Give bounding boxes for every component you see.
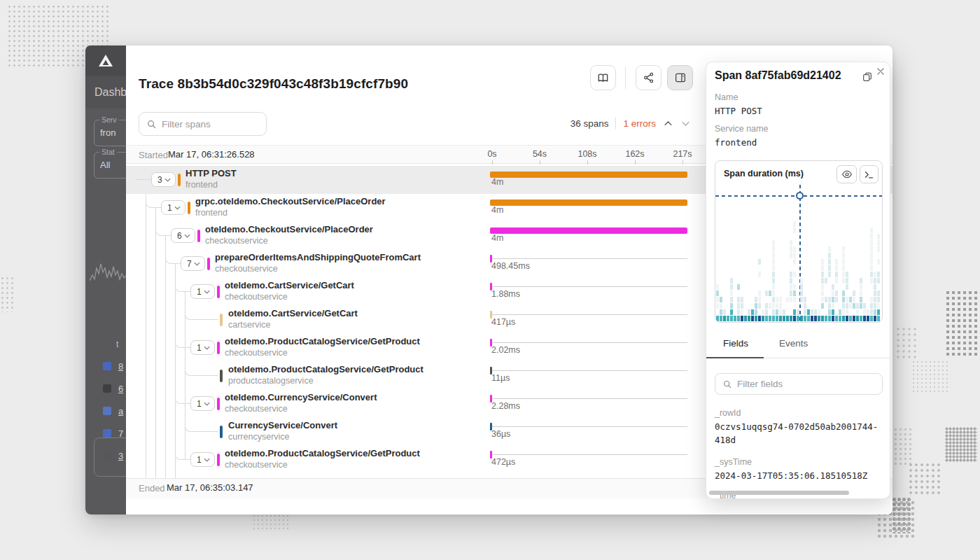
background-app-strip: Dashb Serv fron Stat All t 8 6 a 7 3 xyxy=(85,46,126,514)
started-value: Mar 17, 06:31:26.528 xyxy=(168,149,255,160)
filter-spans-input[interactable]: Filter spans xyxy=(139,112,267,136)
copy-icon xyxy=(862,71,873,83)
heatmap-cell xyxy=(720,309,722,315)
heatmap-cell xyxy=(825,297,827,302)
collapse-children-badge[interactable]: 1 xyxy=(190,284,215,299)
axis-tick-label: 108s xyxy=(578,149,596,159)
filter-spans-placeholder: Filter spans xyxy=(162,119,211,130)
heatmap-cell xyxy=(755,303,757,309)
collapse-children-badge[interactable]: 1 xyxy=(190,340,215,355)
time-axis: 0s54s108s162s217s xyxy=(490,146,687,164)
heatmap-cell xyxy=(762,316,764,321)
heatmap-cell xyxy=(870,297,873,302)
heatmap-cell xyxy=(807,309,810,315)
share-button[interactable] xyxy=(636,65,662,90)
filter-fields-input[interactable]: Filter fields xyxy=(715,373,883,395)
heatmap-cell xyxy=(856,303,859,309)
halftone-pattern xyxy=(895,326,918,358)
background-trace-link[interactable]: 8 xyxy=(118,361,123,372)
background-service-filter[interactable]: Serv fron xyxy=(94,120,126,146)
heatmap-cell xyxy=(786,297,789,302)
heatmap-cell xyxy=(790,290,792,296)
span-service-name: checkoutservice xyxy=(215,264,278,274)
heatmap-cell xyxy=(828,297,831,302)
heatmap-cell xyxy=(772,290,775,296)
close-icon xyxy=(876,66,886,76)
heatmap-cell xyxy=(730,290,733,296)
duration-label: 472µs xyxy=(491,457,515,467)
halftone-pattern xyxy=(945,427,977,462)
axis-tick-mark xyxy=(540,160,540,164)
heatmap-cell xyxy=(793,316,796,321)
tree-connector xyxy=(185,298,218,320)
background-trace-link[interactable]: a xyxy=(118,406,123,416)
heatmap-cell xyxy=(730,309,733,315)
collapse-children-badge[interactable]: 1 xyxy=(190,396,215,411)
background-trace-link[interactable]: 6 xyxy=(118,384,123,394)
heatmap-cell xyxy=(870,303,873,309)
span-color-tick xyxy=(207,258,210,270)
heatmap-cell xyxy=(800,297,803,302)
heatmap-cell xyxy=(877,259,880,265)
heatmap-cell xyxy=(860,297,862,302)
heatmap-cell xyxy=(772,284,775,290)
crosshair-marker xyxy=(796,192,804,200)
heatmap-cell xyxy=(821,297,824,302)
heatmap-cell xyxy=(772,309,775,315)
prev-error-chevron-up-icon[interactable] xyxy=(663,118,673,129)
next-error-chevron-down-icon[interactable] xyxy=(680,118,691,129)
heatmap-cell xyxy=(800,316,803,321)
heatmap-cell xyxy=(779,297,782,302)
view-chart-button[interactable] xyxy=(836,165,857,183)
heatmap-cell xyxy=(877,297,880,302)
duration-track xyxy=(490,314,687,315)
heatmap-cell xyxy=(828,316,831,321)
duration-label: 2.02ms xyxy=(491,345,520,355)
heatmap-cell xyxy=(765,309,768,315)
heatmap-cell xyxy=(793,259,796,265)
heatmap-cell xyxy=(821,272,824,277)
copy-span-id-button[interactable] xyxy=(860,70,874,84)
query-console-button[interactable] xyxy=(860,165,878,183)
heatmap-cell xyxy=(758,303,761,309)
background-page-title: Dashb xyxy=(94,86,126,99)
chevron-down-icon xyxy=(194,262,200,266)
heatmap-cell xyxy=(832,303,834,309)
waterfall-cell: 2.02ms xyxy=(490,334,687,362)
span-name: oteldemo.ProductCatalogService/GetProduc… xyxy=(225,336,420,346)
heatmap-cell xyxy=(870,234,873,239)
service-name-value: frontend xyxy=(715,136,881,149)
collapse-children-badge[interactable]: 1 xyxy=(161,200,186,215)
collapse-children-badge[interactable]: 3 xyxy=(151,172,176,187)
toggle-details-panel-button[interactable] xyxy=(667,65,693,90)
heatmap-cell xyxy=(772,265,775,271)
halftone-pattern xyxy=(945,290,980,357)
duration-bar xyxy=(490,172,687,178)
heatmap-cell xyxy=(849,303,852,309)
span-service-name: frontend xyxy=(186,180,218,190)
heatmap-cell xyxy=(790,246,792,252)
trace-color-swatch xyxy=(103,384,111,393)
close-panel-button[interactable] xyxy=(874,65,887,78)
tree-connector xyxy=(175,281,190,292)
docs-button[interactable] xyxy=(590,65,616,90)
collapse-children-badge[interactable]: 7 xyxy=(181,256,205,271)
duration-label: 1.88ms xyxy=(491,289,520,299)
heatmap-cell xyxy=(842,246,845,252)
tree-root-line xyxy=(136,179,151,180)
heatmap-cell xyxy=(720,316,722,321)
tab-fields[interactable]: Fields xyxy=(706,338,764,358)
filter-label: Stat xyxy=(99,148,117,156)
horizontal-scrollbar[interactable] xyxy=(709,491,849,495)
halftone-pattern xyxy=(893,427,911,466)
collapse-children-badge[interactable]: 6 xyxy=(171,228,195,243)
collapse-children-badge[interactable]: 1 xyxy=(190,452,215,467)
heatmap-cell xyxy=(772,246,775,252)
heatmap-cell xyxy=(737,297,740,302)
tab-events[interactable]: Events xyxy=(764,338,834,358)
heatmap-cell xyxy=(821,265,824,271)
heatmap-cell xyxy=(835,316,838,321)
field-key: _rowId xyxy=(715,408,741,418)
span-name: oteldemo.CheckoutService/PlaceOrder xyxy=(205,224,373,234)
background-status-filter[interactable]: Stat All xyxy=(94,152,126,178)
